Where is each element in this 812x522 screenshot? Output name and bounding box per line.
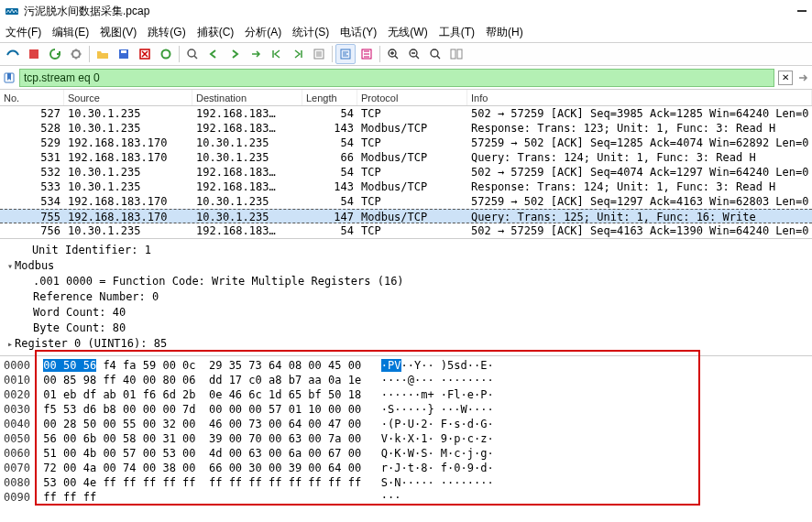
packet-row[interactable]: 52810.30.1.235192.168.183…143Modbus/TCPR… [0, 121, 812, 136]
display-filter-input[interactable] [19, 69, 774, 87]
menu-view[interactable]: 视图(V) [100, 25, 137, 40]
cell-no: 529 [0, 136, 64, 150]
cell-length: 54 [302, 136, 357, 150]
packet-row[interactable]: 534192.168.183.17010.30.1.23554TCP57259 … [0, 194, 812, 209]
bookmark-icon[interactable] [3, 71, 16, 84]
colorize-button[interactable] [335, 44, 356, 64]
column-header-length[interactable]: Length [302, 90, 357, 105]
packet-row[interactable]: 75610.30.1.235192.168.183…54TCP502 → 572… [0, 223, 812, 238]
column-header-source[interactable]: Source [64, 90, 192, 105]
packet-row[interactable]: 531192.168.183.17010.30.1.23566Modbus/TC… [0, 150, 812, 165]
cell-source: 10.30.1.235 [64, 165, 192, 179]
packet-details[interactable]: Unit Identifier: 1 ▾Modbus .001 0000 = F… [0, 239, 812, 356]
capture-options-button[interactable] [66, 44, 86, 64]
zoom-out-button[interactable] [404, 44, 424, 64]
cell-length: 147 [302, 210, 357, 223]
column-header-info[interactable]: Info [467, 90, 812, 105]
hex-line[interactable]: 0060 51 00 4b 00 57 00 53 00 4d 00 63 00… [4, 446, 808, 461]
cell-protocol: Modbus/TCP [357, 121, 467, 136]
cell-destination: 192.168.183… [192, 223, 302, 238]
minimize-button[interactable] [797, 10, 807, 12]
resize-all-button[interactable] [446, 44, 466, 64]
save-file-button[interactable] [114, 44, 134, 64]
cell-protocol: TCP [357, 136, 467, 150]
packet-list-header: No. Source Destination Length Protocol I… [0, 90, 812, 106]
jump-button[interactable] [246, 44, 266, 64]
svg-point-2 [72, 50, 80, 58]
hex-line[interactable]: 0090 ff ff ff ··· [4, 490, 808, 505]
cell-info: Query: Trans: 124; Unit: 1, Func: 3: Rea… [467, 150, 812, 165]
cell-destination: 10.30.1.235 [192, 136, 302, 150]
autoscroll-button[interactable] [309, 44, 329, 64]
go-last-button[interactable] [288, 44, 308, 64]
hex-line[interactable]: 0050 56 00 6b 00 58 00 31 00 39 00 70 00… [4, 431, 808, 446]
hex-line[interactable]: 0030 f5 53 d6 b8 00 00 00 7d 00 00 00 57… [4, 402, 808, 417]
details-line[interactable]: .001 0000 = Function Code: Write Multipl… [0, 274, 812, 289]
clear-filter-button[interactable]: ✕ [778, 71, 793, 85]
details-line[interactable]: Word Count: 40 [0, 305, 812, 321]
menu-capture[interactable]: 捕获(C) [197, 25, 235, 40]
menu-go[interactable]: 跳转(G) [148, 25, 185, 40]
filter-bar: ✕ [0, 66, 812, 90]
packet-row[interactable]: 53310.30.1.235192.168.183…143Modbus/TCPR… [0, 179, 812, 194]
packet-row[interactable]: 529192.168.183.17010.30.1.23554TCP57259 … [0, 136, 812, 150]
details-line[interactable]: Byte Count: 80 [0, 321, 812, 336]
details-line[interactable]: ▸Register 0 (UINT16): 85 [0, 336, 812, 352]
menu-edit[interactable]: 编辑(E) [52, 25, 89, 40]
restart-capture-button[interactable] [45, 44, 65, 64]
find-button[interactable] [182, 44, 203, 64]
zoom-reset-button[interactable] [425, 44, 445, 64]
menu-stats[interactable]: 统计(S) [292, 25, 329, 40]
apply-filter-button[interactable] [796, 71, 809, 84]
cell-info: 502 → 57259 [ACK] Seq=3985 Ack=1285 Win=… [467, 106, 812, 121]
cell-protocol: TCP [357, 194, 467, 209]
start-capture-button[interactable] [3, 44, 23, 64]
hex-line[interactable]: 0080 53 00 4e ff ff ff ff ff ff ff ff ff… [4, 475, 808, 490]
menu-tools[interactable]: 工具(T) [439, 25, 475, 40]
cell-destination: 192.168.183… [192, 106, 302, 121]
hex-line[interactable]: 0070 72 00 4a 00 74 00 38 00 66 00 30 00… [4, 461, 808, 475]
packet-row[interactable]: 755192.168.183.17010.30.1.235147Modbus/T… [0, 209, 812, 223]
go-first-button[interactable] [267, 44, 287, 64]
menu-file[interactable]: 文件(F) [5, 25, 41, 40]
zoom-in-button[interactable] [383, 44, 403, 64]
open-file-button[interactable] [93, 44, 113, 64]
column-header-no[interactable]: No. [0, 90, 64, 105]
menu-bar: 文件(F) 编辑(E) 视图(V) 跳转(G) 捕获(C) 分析(A) 统计(S… [0, 22, 812, 42]
go-back-button[interactable] [203, 44, 224, 64]
packet-row[interactable]: 52710.30.1.235192.168.183…54TCP502 → 572… [0, 106, 812, 121]
menu-help[interactable]: 帮助(H) [486, 25, 523, 40]
cell-length: 54 [302, 165, 357, 179]
reload-button[interactable] [156, 44, 176, 64]
hex-line[interactable]: 0000 00 50 56 f4 fa 59 00 0c 29 35 73 64… [4, 358, 808, 373]
column-header-destination[interactable]: Destination [192, 90, 302, 105]
cell-source: 10.30.1.235 [64, 106, 192, 121]
details-line[interactable]: Reference Number: 0 [0, 289, 812, 305]
packet-list[interactable]: No. Source Destination Length Protocol I… [0, 90, 812, 239]
cell-length: 54 [302, 194, 357, 209]
expand-icon[interactable]: ▸ [5, 336, 15, 352]
cell-info: 57259 → 502 [ACK] Seq=1285 Ack=4074 Win=… [467, 136, 812, 150]
cell-no: 528 [0, 121, 64, 136]
menu-tel[interactable]: 电话(Y) [340, 25, 377, 40]
cell-destination: 10.30.1.235 [192, 210, 302, 223]
hex-line[interactable]: 0010 00 85 98 ff 40 00 80 06 dd 17 c0 a8… [4, 373, 808, 387]
separator-icon [89, 46, 90, 62]
details-line[interactable]: Unit Identifier: 1 [0, 243, 812, 258]
menu-analyze[interactable]: 分析(A) [245, 25, 281, 40]
resize-columns-button[interactable] [357, 44, 377, 64]
hex-line[interactable]: 0020 01 eb df ab 01 f6 6d 2b 0e 46 6c 1d… [4, 387, 808, 402]
hex-line[interactable]: 0040 00 28 50 00 55 00 32 00 46 00 73 00… [4, 417, 808, 431]
cell-source: 10.30.1.235 [64, 179, 192, 194]
close-file-button[interactable] [135, 44, 155, 64]
stop-capture-button[interactable] [24, 44, 44, 64]
details-line[interactable]: ▾Modbus [0, 258, 812, 274]
collapse-icon[interactable]: ▾ [5, 258, 15, 274]
column-header-protocol[interactable]: Protocol [357, 90, 467, 105]
packet-row[interactable]: 53210.30.1.235192.168.183…54TCP502 → 572… [0, 165, 812, 179]
packet-bytes[interactable]: 0000 00 50 56 f4 fa 59 00 0c 29 35 73 64… [0, 356, 812, 506]
go-forward-button[interactable] [225, 44, 245, 64]
menu-wireless[interactable]: 无线(W) [388, 25, 427, 40]
svg-rect-15 [457, 49, 462, 59]
cell-source: 10.30.1.235 [64, 223, 192, 238]
